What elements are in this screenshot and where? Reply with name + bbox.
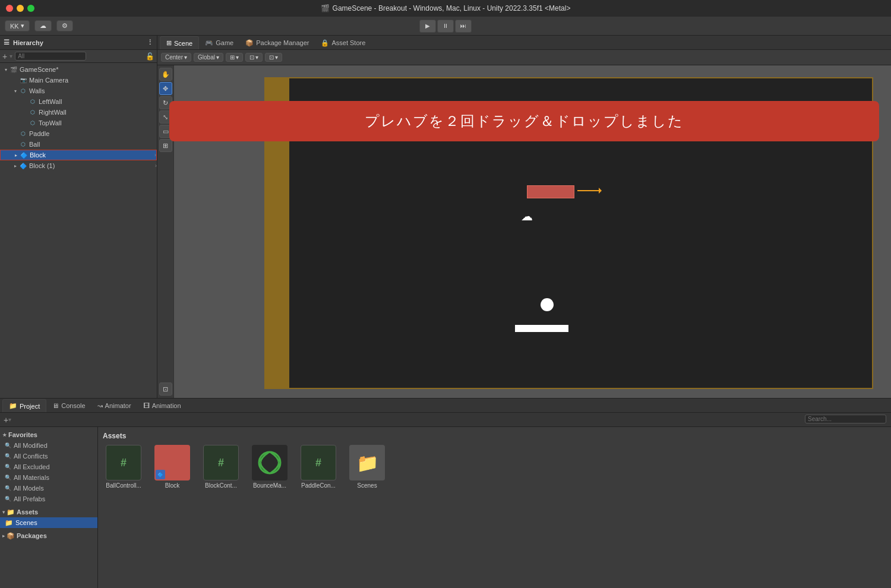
bottom-panel: 📁 Project 🖥 Console ↝ Animator 🎞 Animati… [0, 398, 891, 588]
search-icon-prefabs: 🔍 [5, 496, 11, 502]
visibility-button[interactable]: ⊡ ▾ [265, 53, 282, 62]
asset-thumb-block: 🔷 [154, 445, 190, 480]
tree-label-topwall: TopWall [39, 119, 62, 127]
sidebar-item-all-modified[interactable]: 🔍 All Modified [0, 440, 97, 451]
tree-item-rightwall[interactable]: ▸ ⬡ RightWall [0, 107, 157, 118]
hierarchy-panel: ☰ Hierarchy ⋮ + ▾ 🔓 ▾ 🎬 GameScene* ▸ 📷 M… [0, 36, 157, 398]
maximize-button[interactable] [27, 5, 34, 12]
packages-section[interactable]: ▸ 📦 Packages [0, 530, 97, 541]
packages-folder-icon: 📦 [7, 532, 15, 540]
window-controls[interactable] [6, 5, 34, 12]
tab-animator[interactable]: ↝ Animator [91, 399, 137, 412]
asset-label-scenes: Scenes [346, 482, 388, 489]
tree-arrow-block: ▸ [12, 151, 20, 159]
tab-scene[interactable]: ⊞ Scene [160, 36, 199, 49]
tree-label-paddle: Paddle [29, 130, 49, 137]
scene-tab-icon: ⊞ [166, 39, 172, 47]
tree-item-block[interactable]: ▸ 🔷 Block › [0, 150, 157, 160]
hierarchy-title: Hierarchy [13, 39, 43, 46]
add-button[interactable]: + [2, 52, 7, 61]
asset-paddlecontroller[interactable]: # PaddleCon... [298, 445, 339, 489]
tab-game[interactable]: 🎮 Game [199, 36, 239, 49]
minimize-button[interactable] [17, 5, 24, 12]
search-icon-excluded: 🔍 [5, 464, 11, 470]
move-tool[interactable]: ✥ [159, 82, 172, 95]
project-add-button[interactable]: + [4, 415, 8, 425]
search-icon-modified: 🔍 [5, 442, 11, 448]
scenes-folder-icon: 📁 [5, 519, 13, 527]
play-button[interactable]: ▶ [419, 20, 436, 33]
sidebar-item-all-models[interactable]: 🔍 All Models [0, 483, 97, 494]
titlebar: 🎬 GameScene - Breakout - Windows, Mac, L… [0, 0, 891, 17]
assets-section[interactable]: ▾ 📁 Assets [0, 507, 97, 517]
assets-search-input[interactable] [805, 415, 886, 423]
asset-blockcontroller[interactable]: # BlockCont... [200, 445, 242, 489]
tab-animator-label: Animator [105, 402, 131, 409]
asset-bouncematerial[interactable]: BounceMa... [249, 445, 290, 489]
block1-arrow-right: › [155, 163, 157, 169]
tab-project[interactable]: 📁 Project [2, 399, 46, 412]
tree-item-block1[interactable]: ▸ 🔷 Block (1) › [0, 160, 157, 171]
tree-arrow-gamescene: ▾ [2, 66, 10, 73]
tree-item-walls[interactable]: ▾ ⬡ Walls [0, 86, 157, 96]
block1-icon: 🔷 [19, 162, 27, 170]
hierarchy-lock-icon[interactable]: 🔓 [146, 52, 154, 61]
tree-item-maincamera[interactable]: ▸ 📷 Main Camera [0, 75, 157, 86]
scene-view[interactable]: ✋ ✥ ↻ ⤡ ▭ ⊞ ⊡ ☁ [157, 65, 891, 398]
sidebar-item-all-prefabs[interactable]: 🔍 All Prefabs [0, 494, 97, 504]
rightwall-icon: ⬡ [29, 108, 37, 116]
sidebar-scenes-folder[interactable]: 📁 Scenes [0, 517, 97, 528]
paddle-object[interactable] [515, 325, 568, 332]
pause-button[interactable]: ⏸ [437, 20, 454, 33]
tab-package-manager[interactable]: 📦 Package Manager [239, 36, 315, 49]
favorites-section[interactable]: ★ Favorites [0, 429, 97, 440]
asset-label-block: Block [151, 482, 193, 489]
gizmo-button[interactable]: ⊡ ▾ [245, 53, 263, 62]
center-label: Center [165, 54, 183, 61]
transform-tool[interactable]: ⊞ [159, 139, 172, 152]
asset-ballcontroller[interactable]: # BallControll... [103, 445, 144, 489]
asset-thumb-bouncematerial [252, 445, 287, 480]
block-transform-arrow [577, 190, 601, 191]
tab-animation[interactable]: 🎞 Animation [137, 399, 187, 412]
global-dropdown[interactable]: Global ▾ [194, 53, 223, 62]
assets-arrow-icon: ▾ [2, 510, 5, 515]
sidebar-item-all-excluded[interactable]: 🔍 All Excluded [0, 461, 97, 472]
tree-item-ball[interactable]: ▸ ⬡ Ball [0, 139, 157, 150]
camera-object[interactable]: ☁ [521, 209, 533, 223]
tree-label-walls: Walls [29, 87, 45, 94]
ball-object[interactable] [541, 298, 554, 311]
grid-button[interactable]: ⊞ ▾ [226, 53, 243, 62]
step-button[interactable]: ⏭ [455, 20, 472, 33]
grid-chevron-icon: ▾ [236, 54, 239, 61]
tree-item-paddle[interactable]: ▸ ⬡ Paddle [0, 128, 157, 139]
center-dropdown[interactable]: Center ▾ [161, 53, 191, 62]
camera-icon: 📷 [19, 76, 27, 84]
hierarchy-tree: ▾ 🎬 GameScene* ▸ 📷 Main Camera ▾ ⬡ Walls… [0, 63, 157, 398]
cloud-button[interactable]: ☁ [34, 20, 52, 31]
hand-tool[interactable]: ✋ [159, 68, 172, 81]
tab-console[interactable]: 🖥 Console [46, 399, 91, 412]
assets-area-header: Assets [103, 432, 886, 440]
sidebar-item-all-conflicts[interactable]: 🔍 All Conflicts [0, 451, 97, 461]
account-button[interactable]: KK ▾ [5, 20, 30, 31]
close-button[interactable] [6, 5, 13, 12]
block-object[interactable] [527, 185, 574, 198]
hierarchy-search-input[interactable] [15, 52, 86, 61]
assets-area: Assets # BallControll... 🔷 Block # B [98, 427, 891, 588]
label-all-excluded: All Excluded [14, 463, 50, 470]
tab-asset-store[interactable]: 🔒 Asset Store [315, 36, 371, 49]
project-tab-icon: 📁 [9, 402, 17, 410]
tree-item-gamescene[interactable]: ▾ 🎬 GameScene* [0, 64, 157, 75]
asset-scenes[interactable]: 📁 Scenes [346, 445, 388, 489]
assets-grid: # BallControll... 🔷 Block # BlockCont... [103, 445, 886, 489]
tree-item-leftwall[interactable]: ▸ ⬡ LeftWall [0, 96, 157, 107]
asset-block[interactable]: 🔷 Block [151, 445, 193, 489]
animation-tab-icon: 🎞 [143, 402, 150, 409]
settings-button[interactable]: ⚙ [56, 20, 73, 31]
snap-tool[interactable]: ⊡ [159, 382, 172, 396]
hierarchy-menu-icon[interactable]: ⋮ [147, 39, 153, 46]
tab-game-label: Game [216, 39, 233, 46]
sidebar-item-all-materials[interactable]: 🔍 All Materials [0, 472, 97, 483]
tree-item-topwall[interactable]: ▸ ⬡ TopWall [0, 118, 157, 128]
